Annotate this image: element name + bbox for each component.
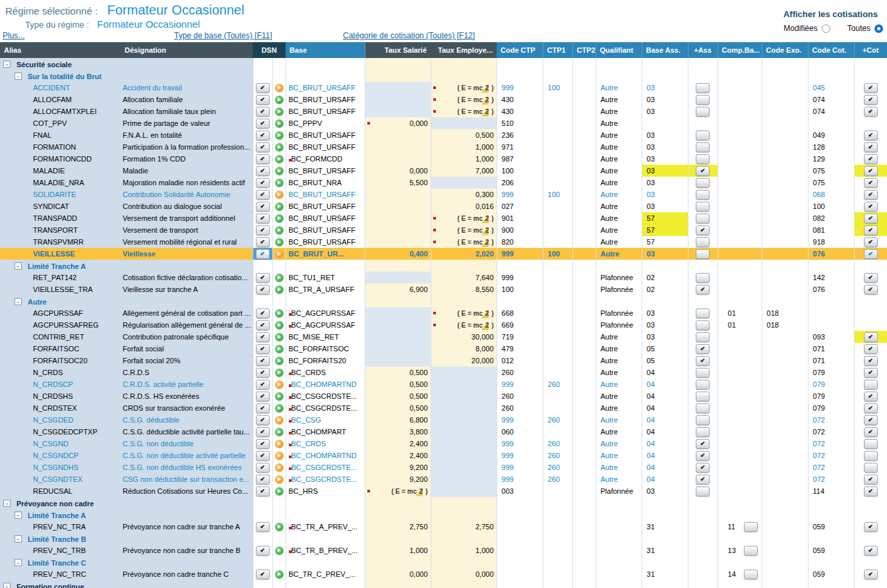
designation-cell[interactable]: F.N.A.L. en totalité <box>121 129 253 141</box>
code-exo-cell[interactable] <box>762 248 808 260</box>
ctp2-cell[interactable] <box>572 568 596 580</box>
designation-cell[interactable]: C.S.G. non déductible HS exonérées <box>121 461 253 473</box>
base-ass-cell[interactable]: 03 <box>642 189 688 200</box>
ctp2-cell[interactable] <box>572 153 596 165</box>
plus-cot-button[interactable]: ✔ <box>864 392 878 401</box>
comp-base-cell[interactable] <box>718 450 762 461</box>
comp-base-cell[interactable] <box>718 473 762 485</box>
alias-cell[interactable]: MALADIE <box>0 165 121 177</box>
taux-employeur-cell[interactable] <box>431 485 497 497</box>
ctp2-cell[interactable] <box>572 307 596 319</box>
taux-salarie-cell[interactable]: 6,900 <box>365 283 431 295</box>
code-ctp-cell[interactable]: 100 <box>497 165 543 177</box>
base-ass-cell[interactable] <box>642 117 688 129</box>
alias-cell[interactable]: RET_PAT142 <box>0 272 121 283</box>
taux-employeur-cell[interactable]: 1,000 <box>431 141 497 153</box>
base-ass-cell[interactable]: 04 <box>642 414 688 426</box>
dsn-checkbox[interactable]: ✔ <box>256 380 270 390</box>
ctp2-cell[interactable] <box>572 544 596 556</box>
code-ctp-cell[interactable]: 236 <box>497 129 543 141</box>
alias-cell[interactable]: COT_PPV <box>0 117 121 129</box>
ctp2-cell[interactable] <box>572 438 596 450</box>
qualifiant-cell[interactable]: Autre <box>596 82 642 94</box>
ctp2-cell[interactable] <box>572 378 596 390</box>
alias-cell[interactable]: N_CRDS <box>0 367 121 378</box>
plus-link[interactable]: Plus... <box>3 31 24 40</box>
qualifiant-cell[interactable]: Autre <box>596 177 642 189</box>
plus-cot-button[interactable]: ✔ <box>864 570 878 579</box>
taux-employeur-cell[interactable]: 2,020 <box>431 248 497 260</box>
col-header-taux-salarie[interactable]: Taux Salarié <box>365 42 431 58</box>
qualifiant-cell[interactable]: Autre <box>596 224 642 236</box>
designation-cell[interactable]: Prévoyance non cadre tranche C <box>121 568 253 580</box>
plus-ass-button[interactable] <box>696 332 710 342</box>
taux-salarie-cell[interactable] <box>365 82 431 94</box>
code-ctp-cell[interactable]: 430 <box>497 94 543 105</box>
qualifiant-cell[interactable] <box>596 568 642 580</box>
base-cell[interactable]: BC_BRUT_URSAFF <box>286 82 365 94</box>
code-cot-cell[interactable]: 068 <box>808 189 854 200</box>
base-cell[interactable]: BC_MISE_RET <box>286 331 365 343</box>
alias-cell[interactable]: FORMATIONCDD <box>0 153 121 165</box>
qualifiant-cell[interactable]: Autre <box>596 378 642 390</box>
ctp1-cell[interactable] <box>543 319 572 331</box>
taux-salarie-cell[interactable]: 0,500 <box>365 402 431 414</box>
comp-base-cell[interactable] <box>718 200 762 212</box>
ctp1-cell[interactable] <box>543 153 572 165</box>
code-exo-cell[interactable] <box>762 568 808 580</box>
ctp2-cell[interactable] <box>572 236 596 248</box>
taux-employeur-cell[interactable]: ( E = mc 2 ) <box>431 236 497 248</box>
ctp1-cell[interactable] <box>543 129 572 141</box>
code-exo-cell[interactable] <box>762 438 808 450</box>
plus-ass-button[interactable] <box>696 142 710 152</box>
ctp1-cell[interactable]: 100 <box>543 189 572 200</box>
qualifiant-cell[interactable]: Autre <box>596 414 642 426</box>
base-cell[interactable]: BC_TU1_RET <box>286 272 365 283</box>
designation-cell[interactable]: Prime de partage de valeur <box>121 117 253 129</box>
code-cot-cell[interactable]: 059 <box>808 544 854 556</box>
alias-cell[interactable]: ACCIDENT <box>0 82 121 94</box>
code-ctp-cell[interactable]: 999 <box>497 189 543 200</box>
code-exo-cell[interactable] <box>762 272 808 283</box>
plus-cot-button[interactable]: ✔ <box>864 356 878 366</box>
base-cell[interactable]: BC_FORFAITSOC <box>286 343 365 355</box>
ctp2-cell[interactable] <box>572 94 596 105</box>
taux-salarie-cell[interactable]: 6,800 <box>365 414 431 426</box>
base-ass-cell[interactable]: 57 <box>642 224 688 236</box>
ctp1-cell[interactable] <box>543 331 572 343</box>
code-ctp-cell[interactable]: 060 <box>497 426 543 438</box>
dsn-checkbox[interactable]: ✔ <box>256 320 270 330</box>
taux-salarie-cell[interactable]: 3,800 <box>365 426 431 438</box>
code-exo-cell[interactable] <box>762 426 808 438</box>
comp-base-browse-button[interactable] <box>744 546 758 556</box>
designation-cell[interactable]: Allocation familiale taux plein <box>121 105 253 117</box>
designation-cell[interactable]: C.R.D.S. activité partielle <box>121 378 253 390</box>
taux-employeur-cell[interactable] <box>431 438 497 450</box>
code-cot-cell[interactable]: 049 <box>808 129 854 141</box>
alias-cell[interactable]: PREV_NC_TRB <box>0 544 121 556</box>
code-ctp-cell[interactable]: 260 <box>497 367 543 378</box>
designation-cell[interactable]: Contribution Solidarité Autonomie <box>121 189 253 200</box>
ctp2-cell[interactable] <box>572 200 596 212</box>
ctp2-cell[interactable] <box>572 82 596 94</box>
comp-base-cell[interactable] <box>718 390 762 402</box>
taux-employeur-cell[interactable]: ( E = mc 2 ) <box>431 105 497 117</box>
dsn-checkbox[interactable]: ✔ <box>256 403 270 413</box>
ctp2-cell[interactable] <box>572 426 596 438</box>
ctp2-cell[interactable] <box>572 450 596 461</box>
alias-cell[interactable]: FORFAITSOC20 <box>0 355 121 367</box>
taux-employeur-cell[interactable] <box>431 117 497 129</box>
designation-cell[interactable]: CSG non déductible sur transaction e... <box>121 473 253 485</box>
ctp1-cell[interactable] <box>543 283 572 295</box>
alias-cell[interactable]: N_CRDSTEX <box>0 402 121 414</box>
taux-employeur-cell[interactable] <box>431 461 497 473</box>
dsn-checkbox[interactable]: ✔ <box>256 309 270 318</box>
alias-cell[interactable]: ALLOCFAM <box>0 94 121 105</box>
alias-cell[interactable]: VIEILLESSE <box>0 248 121 260</box>
dsn-checkbox[interactable]: ✔ <box>256 486 270 496</box>
base-ass-cell[interactable]: 31 <box>642 544 688 556</box>
code-exo-cell[interactable] <box>762 485 808 497</box>
taux-employeur-cell[interactable]: ( E = mc 2 ) <box>431 94 497 105</box>
base-ass-cell[interactable]: 04 <box>642 438 688 450</box>
ctp1-cell[interactable] <box>543 402 572 414</box>
